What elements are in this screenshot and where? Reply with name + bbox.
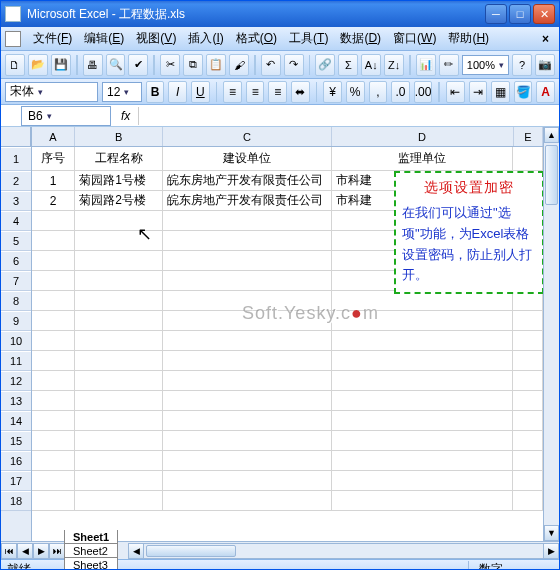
row-header-16[interactable]: 16 (1, 451, 31, 471)
doc-close-button[interactable]: × (536, 32, 555, 46)
cell[interactable] (75, 211, 163, 231)
underline-button[interactable]: U (191, 81, 210, 103)
cell[interactable] (332, 411, 514, 431)
save-icon[interactable]: 💾 (51, 54, 71, 76)
row-header-10[interactable]: 10 (1, 331, 31, 351)
format-painter-icon[interactable]: 🖌 (229, 54, 249, 76)
comma-button[interactable]: , (369, 81, 388, 103)
scroll-down-button[interactable]: ▼ (544, 525, 559, 541)
row-header-18[interactable]: 18 (1, 491, 31, 511)
cell[interactable] (32, 351, 75, 371)
cell[interactable] (75, 371, 163, 391)
cell[interactable]: 菊园路1号楼 (75, 171, 163, 191)
close-button[interactable]: ✕ (533, 4, 555, 24)
minimize-button[interactable]: ─ (485, 4, 507, 24)
cell[interactable] (332, 311, 514, 331)
decrease-indent-button[interactable]: ⇤ (446, 81, 465, 103)
cell[interactable] (163, 271, 331, 291)
row-header-4[interactable]: 4 (1, 211, 31, 231)
menu-o[interactable]: 格式(O) (230, 29, 283, 47)
select-all-corner[interactable] (1, 127, 31, 147)
cell[interactable] (75, 471, 163, 491)
col-header-D[interactable]: D (332, 127, 514, 146)
redo-icon[interactable]: ↷ (284, 54, 304, 76)
cell[interactable] (163, 451, 331, 471)
maximize-button[interactable]: □ (509, 4, 531, 24)
cell[interactable] (163, 251, 331, 271)
open-icon[interactable]: 📂 (28, 54, 48, 76)
cell[interactable] (32, 211, 75, 231)
cell[interactable] (332, 471, 514, 491)
tab-nav-next[interactable]: ▶ (33, 543, 49, 559)
col-header-E[interactable]: E (514, 127, 543, 146)
print-icon[interactable]: 🖶 (83, 54, 103, 76)
menu-h[interactable]: 帮助(H) (442, 29, 495, 47)
align-right-button[interactable]: ≡ (268, 81, 287, 103)
col-header-A[interactable]: A (32, 127, 75, 146)
cell[interactable] (332, 331, 514, 351)
cell[interactable] (332, 391, 514, 411)
col-header-B[interactable]: B (75, 127, 163, 146)
fill-color-button[interactable]: 🪣 (514, 81, 533, 103)
currency-button[interactable]: ¥ (323, 81, 342, 103)
cell[interactable] (332, 491, 514, 511)
cell[interactable] (163, 491, 331, 511)
fx-label[interactable]: fx (121, 109, 130, 123)
cell[interactable] (75, 271, 163, 291)
zoom-combo[interactable]: 100% (462, 55, 509, 75)
scroll-left-button[interactable]: ◀ (128, 543, 144, 559)
cell[interactable] (513, 371, 543, 391)
cell[interactable] (75, 351, 163, 371)
paste-icon[interactable]: 📋 (206, 54, 226, 76)
cell[interactable]: 皖东房地产开发有限责任公司 (163, 191, 331, 211)
cell[interactable] (513, 311, 543, 331)
help-icon[interactable]: ? (512, 54, 532, 76)
col-header-C[interactable]: C (163, 127, 331, 146)
cut-icon[interactable]: ✂ (160, 54, 180, 76)
scroll-thumb[interactable] (545, 145, 558, 205)
bold-button[interactable]: B (146, 81, 165, 103)
cell[interactable] (32, 251, 75, 271)
cell[interactable] (32, 451, 75, 471)
camera-icon[interactable]: 📷 (535, 54, 555, 76)
menu-i[interactable]: 插入(I) (182, 29, 229, 47)
sheet-tab[interactable]: Sheet2 (64, 544, 118, 558)
cell[interactable]: 工程名称 (75, 147, 163, 171)
cell[interactable] (75, 451, 163, 471)
cell[interactable] (163, 311, 331, 331)
menu-v[interactable]: 视图(V) (130, 29, 182, 47)
tab-nav-prev[interactable]: ◀ (17, 543, 33, 559)
name-box[interactable]: B6 (21, 106, 111, 126)
cell[interactable] (163, 411, 331, 431)
menu-d[interactable]: 数据(D) (334, 29, 387, 47)
align-center-button[interactable]: ≡ (246, 81, 265, 103)
cell[interactable] (513, 451, 543, 471)
cell[interactable] (332, 351, 514, 371)
row-header-2[interactable]: 2 (1, 171, 31, 191)
sort-asc-icon[interactable]: A↓ (361, 54, 381, 76)
row-header-17[interactable]: 17 (1, 471, 31, 491)
cell[interactable] (32, 411, 75, 431)
row-header-14[interactable]: 14 (1, 411, 31, 431)
cell[interactable] (163, 291, 331, 311)
merge-button[interactable]: ⬌ (291, 81, 310, 103)
row-header-3[interactable]: 3 (1, 191, 31, 211)
cell[interactable] (163, 331, 331, 351)
hyperlink-icon[interactable]: 🔗 (315, 54, 335, 76)
cell[interactable]: 菊园路2号楼 (75, 191, 163, 211)
cell[interactable] (332, 451, 514, 471)
cell[interactable] (513, 391, 543, 411)
scroll-up-button[interactable]: ▲ (544, 127, 559, 143)
cell[interactable] (163, 431, 331, 451)
cell[interactable]: 皖东房地产开发有限责任公司 (163, 171, 331, 191)
sheet-tab[interactable]: Sheet3 (64, 558, 118, 571)
cell[interactable] (513, 411, 543, 431)
cell[interactable] (32, 471, 75, 491)
row-header-15[interactable]: 15 (1, 431, 31, 451)
row-header-9[interactable]: 9 (1, 311, 31, 331)
row-header-7[interactable]: 7 (1, 271, 31, 291)
cell[interactable]: 序号 (32, 147, 75, 171)
italic-button[interactable]: I (168, 81, 187, 103)
menu-w[interactable]: 窗口(W) (387, 29, 442, 47)
cell[interactable]: 建设单位 (163, 147, 331, 171)
